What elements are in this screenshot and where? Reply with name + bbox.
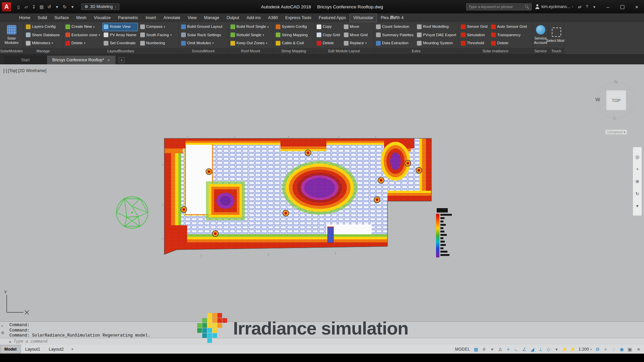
panel-label-stringmapping[interactable]: String Mapping	[273, 48, 314, 54]
menu-tab-a360[interactable]: A360	[264, 13, 281, 22]
ribbon-button-delete-irradiance[interactable]: Delete ▾	[490, 39, 528, 47]
ribbon-button-numbering[interactable]: Numbering ▾	[139, 39, 173, 47]
panel-label-manage[interactable]: Manage	[23, 48, 63, 54]
ribbon-button-delete-boundary[interactable]: Delete ▾	[64, 39, 101, 47]
ribbon-button-data-extraction[interactable]: Data Extraction ▾	[375, 39, 415, 47]
zoom-icon[interactable]: ⊕	[635, 179, 639, 184]
ribbon-button-create-new[interactable]: Create New ▾	[64, 23, 101, 31]
plot-icon[interactable]: ▤	[38, 3, 45, 10]
dynamic-input-icon[interactable]: ⌖	[505, 347, 511, 352]
ribbon-button-system-config[interactable]: System Config ▾	[275, 23, 309, 31]
menu-tab-manage[interactable]: Manage	[200, 13, 223, 22]
command-settings-icon[interactable]: ⚙	[1, 331, 4, 335]
help-search[interactable]	[466, 3, 532, 10]
ribbon-button-solar-rack-settings[interactable]: Solar Rack Settings ▾	[180, 31, 223, 39]
ribbon-button-pv-array-name[interactable]: PV Array Name ▾	[103, 31, 137, 39]
panel-label-roofmount[interactable]: Roof Mount	[228, 48, 273, 54]
osnap-dropdown-icon[interactable]: ▾	[554, 347, 559, 352]
ribbon-button-transparency[interactable]: Transparency ▾	[490, 31, 528, 39]
visual-style-control[interactable]: [2D Wireframe]	[18, 68, 46, 73]
clean-screen-icon[interactable]: ▣	[627, 347, 633, 352]
full-navigation-wheel-icon[interactable]: ◎	[635, 154, 639, 160]
pan-icon[interactable]: +	[636, 166, 639, 172]
ribbon-button-rebuild-single[interactable]: Rebuild Single ▾	[229, 31, 270, 39]
osnap-tracking-icon[interactable]: ⊥	[538, 347, 543, 352]
menu-tab-parametric[interactable]: Parametric	[114, 13, 142, 22]
search-input[interactable]	[469, 5, 523, 9]
minimize-button[interactable]: –	[601, 0, 615, 13]
panel-label-groundmount[interactable]: GroundMount	[179, 48, 228, 54]
viewcube-north[interactable]: N	[614, 79, 618, 84]
orbit-icon[interactable]: ↻	[635, 191, 639, 196]
menu-tab-surface[interactable]: Surface	[51, 13, 72, 22]
menu-tab-addins[interactable]: Add-ins	[243, 13, 264, 22]
new-layout-button[interactable]: +	[68, 345, 76, 354]
named-view-selector[interactable]: Unnamed ▾	[605, 129, 627, 135]
ribbon-button-move-grid[interactable]: Move Grid ▾	[343, 31, 369, 39]
annotation-scale-select[interactable]: 1:200 ▾	[579, 347, 592, 352]
save-icon[interactable]: ↧	[31, 3, 37, 10]
ribbon-button-replace[interactable]: Replace ▾	[343, 39, 369, 47]
snap-dropdown-icon[interactable]: ▾	[489, 347, 495, 352]
panel-label-touch[interactable]: Touch	[549, 48, 564, 54]
menu-tab-insert[interactable]: Insert	[142, 13, 160, 22]
exchange-icon[interactable]: ⇄	[577, 4, 583, 9]
isolate-objects-icon[interactable]: ◌	[611, 347, 616, 352]
viewcube[interactable]: TOP	[606, 90, 627, 111]
model-tab[interactable]: Model	[0, 345, 21, 354]
menu-tab-featured-apps[interactable]: Featured Apps	[315, 13, 350, 22]
undo-icon[interactable]: ↺	[46, 3, 53, 10]
open-file-icon[interactable]: ▱	[23, 3, 30, 10]
ribbon-button-simulation[interactable]: Simulation ▾	[460, 31, 488, 39]
menu-tab-visualize[interactable]: Visualize	[90, 13, 114, 22]
panel-label-solar-irradiance[interactable]: Solar irradiance	[459, 48, 532, 54]
ribbon-button-share-database[interactable]: Share Database ▾	[25, 31, 61, 39]
ribbon-button-auto-sensor-grid[interactable]: Auto Sensor Grid ▾	[490, 23, 528, 31]
ribbon-button-build-roof-single[interactable]: Build Roof Single ▾	[229, 23, 270, 31]
ribbon-button-solar-modules[interactable]: Solar Modules	[0, 24, 23, 46]
menu-tab-express-tools[interactable]: Express Tools	[282, 13, 315, 22]
redo-icon[interactable]: ↻	[61, 3, 68, 10]
file-tab-active-document[interactable]: Bricsys Conference Rooftop* ×	[47, 56, 115, 64]
autocad-app-icon[interactable]: A	[2, 2, 11, 11]
ribbon-button-omit-modules[interactable]: Omit Modules ▾	[180, 39, 223, 47]
ribbon-button-count-selection[interactable]: Count Selection ▾	[375, 23, 415, 31]
menu-tab-solid[interactable]: Solid	[34, 13, 51, 22]
view-control[interactable]: [Top]	[8, 68, 17, 73]
close-command-icon[interactable]: ×	[1, 324, 4, 328]
object-snap-icon[interactable]: ◇	[546, 347, 551, 352]
drawing-canvas[interactable]: Y	[0, 64, 644, 321]
ribbon-button-cable-civil[interactable]: Cable & Civil ▾	[275, 39, 309, 47]
workspace-switching-icon[interactable]: ⚙	[595, 347, 600, 352]
snap-mode-icon[interactable]: #	[481, 347, 487, 352]
ribbon-button-exclusion-zone[interactable]: Exclusion zone ▾	[64, 31, 101, 39]
workspace-selector[interactable]: ⚙ 3D Modeling ▾	[81, 3, 119, 10]
ribbon-button-move[interactable]: Move ▾	[343, 23, 369, 31]
viewcube-east[interactable]: E	[633, 99, 636, 104]
undo-dropdown-icon[interactable]: ▾	[54, 3, 60, 10]
annotation-visibility-icon[interactable]: ⚡	[562, 347, 568, 352]
help-icon[interactable]: ?	[584, 4, 590, 9]
ribbon-button-compass[interactable]: Compass ▾	[139, 23, 173, 31]
maximize-button[interactable]: ▢	[615, 0, 630, 13]
ribbon-button-mounting-system[interactable]: Mounting System ▾	[416, 39, 457, 47]
menu-tab-mesh[interactable]: Mesh	[72, 13, 90, 22]
ribbon-button-layers-config[interactable]: Layers Config ▾	[25, 23, 61, 31]
ribbon-button-copy[interactable]: Copy ▾	[316, 23, 341, 31]
ribbon-display-toggle-icon[interactable]: ▣ ▾	[390, 15, 397, 19]
viewcube-south[interactable]: S	[613, 116, 616, 121]
ribbon-button-delete-modules[interactable]: Delete ▾	[316, 39, 341, 47]
hardware-acceleration-icon[interactable]: ◉	[619, 347, 625, 352]
panel-label-solarmodules[interactable]: SolarModules	[0, 48, 23, 54]
isodraft-icon[interactable]: ◢	[530, 347, 535, 352]
new-tab-button[interactable]: +	[119, 57, 124, 63]
ribbon-button-pvsyst-dae-export[interactable]: PVsyst DAE Export ▾	[416, 31, 457, 39]
annotation-autoscale-icon[interactable]: ⚡	[570, 347, 576, 352]
ribbon-button-summary-palettes[interactable]: Summary Palettes ▾	[375, 31, 415, 39]
polar-tracking-icon[interactable]: ∠	[522, 347, 527, 352]
layout2-tab[interactable]: Layout2	[45, 345, 68, 354]
menu-tab-virtuosolar[interactable]: Virtuosolar	[350, 13, 377, 22]
ribbon-button-set-coordinate[interactable]: Set Coordinate ▾	[103, 39, 137, 47]
layout1-tab[interactable]: Layout1	[21, 345, 44, 354]
menu-tab-view[interactable]: View	[184, 13, 200, 22]
